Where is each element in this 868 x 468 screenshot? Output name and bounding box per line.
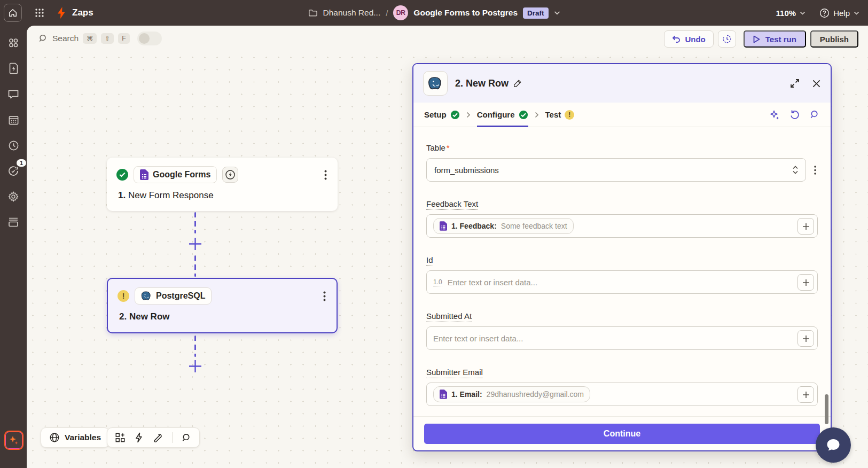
edit-pencil-icon[interactable] (513, 79, 522, 88)
token-value: 29dhanushreddy@gmail.com (487, 390, 584, 399)
search-fields-icon[interactable] (810, 110, 820, 120)
variables-button[interactable]: Variables (41, 427, 110, 448)
close-icon[interactable] (812, 79, 821, 88)
field-table: Table* form_submissions (426, 143, 818, 182)
tab-test[interactable]: Test ! (545, 103, 575, 127)
ai-sparkle-icon[interactable] (769, 110, 780, 120)
step-config-panel: 2. New Row Setup (412, 63, 832, 451)
search-label: Search (52, 34, 79, 43)
key-cmd: ⌘ (83, 33, 97, 44)
app-pill-google-forms[interactable]: Google Forms (134, 166, 217, 183)
panel-title-text: 2. New Row (455, 78, 509, 89)
publish-label: Publish (820, 35, 849, 44)
zapier-bolt-icon (56, 6, 67, 19)
sidebar-item-apps[interactable] (4, 33, 23, 52)
sidebar-item-settings[interactable] (4, 187, 23, 206)
version-history-button[interactable] (718, 30, 736, 48)
number-type-hint: 1.0 (433, 278, 442, 286)
sidebar-item-history[interactable] (4, 136, 23, 155)
panel-title: 2. New Row (455, 78, 522, 89)
mapped-field-token[interactable]: 1. Feedback: Some feedback text (433, 218, 574, 234)
table-select-value: form_submissions (434, 166, 499, 175)
app-grid-icon[interactable] (35, 8, 44, 18)
sidebar-item-zap-runs[interactable]: 1 (4, 161, 23, 181)
insert-data-button[interactable] (797, 218, 814, 235)
refresh-icon[interactable] (789, 110, 800, 120)
key-f: F (118, 33, 129, 44)
label-text: Submitter Email (426, 368, 483, 378)
support-chat-button[interactable] (816, 427, 851, 463)
submitter-email-input[interactable]: 1. Email: 29dhanushreddy@gmail.com (426, 383, 818, 406)
sidebar-item-calendar[interactable] (4, 110, 23, 129)
toolbar-toggle[interactable] (137, 32, 162, 45)
insert-data-button[interactable] (797, 330, 814, 347)
test-run-button[interactable]: Test run (744, 30, 806, 48)
mapped-field-token[interactable]: 1. Email: 29dhanushreddy@gmail.com (433, 386, 590, 402)
ai-copilot-button[interactable] (4, 431, 24, 450)
app-pill-postgresql[interactable]: PostgreSQL (135, 287, 212, 305)
undo-button[interactable]: Undo (664, 30, 713, 48)
tab-label: Setup (424, 110, 447, 119)
input-placeholder: Enter text or insert data... (448, 278, 537, 287)
zoom-search-icon[interactable] (182, 433, 192, 443)
field-menu-icon[interactable] (812, 164, 818, 176)
zoom-level-control[interactable]: 110% (776, 9, 806, 18)
add-step-button[interactable] (188, 237, 202, 251)
help-label: Help (833, 9, 850, 18)
insert-data-button[interactable] (797, 274, 814, 291)
label-text: Submitted At (426, 311, 472, 322)
instant-trigger-icon[interactable] (222, 167, 238, 183)
add-note-icon[interactable] (115, 432, 126, 443)
editor-canvas[interactable]: Search ⌘ ⇧ F Undo Test run (27, 26, 868, 468)
submitted-at-input[interactable]: Enter text or insert data... (426, 326, 818, 350)
select-chevrons-icon (792, 165, 799, 175)
panel-scrollbar[interactable] (825, 394, 828, 424)
undo-icon (672, 35, 681, 43)
tab-label: Configure (477, 110, 515, 119)
chat-bubble-icon (824, 436, 842, 454)
expand-icon[interactable] (789, 78, 800, 89)
add-step-button[interactable] (188, 359, 202, 373)
tab-configure[interactable]: Configure (477, 103, 528, 127)
brand: Zaps (56, 6, 93, 19)
node-menu-icon[interactable] (323, 169, 328, 181)
node-title-text: New Form Response (128, 190, 214, 200)
step-node-postgresql[interactable]: ! PostgreSQL 2. New Row (107, 278, 338, 333)
undo-label: Undo (685, 35, 705, 44)
breadcrumb-separator: / (386, 9, 388, 18)
node-menu-icon[interactable] (322, 290, 327, 302)
step-node-google-forms[interactable]: Google Forms 1. New Form Response (107, 158, 338, 211)
input-placeholder: Enter text or insert data... (433, 334, 523, 343)
question-circle-icon (819, 8, 830, 18)
sidebar-item-chat[interactable] (4, 84, 23, 104)
panel-footer: Continue (413, 416, 831, 450)
id-input[interactable]: 1.0 Enter text or insert data... (426, 270, 818, 294)
help-menu[interactable]: Help (819, 8, 859, 18)
breadcrumb-folder[interactable]: Dhanush Red... (323, 8, 380, 18)
success-check-icon (450, 110, 460, 120)
chevron-down-icon[interactable] (554, 11, 560, 15)
chevron-right-icon (466, 112, 471, 118)
publish-button[interactable]: Publish (810, 30, 858, 48)
home-button[interactable] (4, 4, 22, 22)
tab-label: Test (545, 110, 561, 119)
table-select[interactable]: form_submissions (426, 158, 806, 182)
key-shift: ⇧ (101, 33, 114, 44)
zap-name[interactable]: Google Forms to Postgres (413, 8, 518, 18)
continue-button[interactable]: Continue (424, 424, 820, 444)
connector-line (194, 336, 196, 357)
topbar-right: 110% Help (776, 0, 859, 26)
sparkle-icon (9, 435, 19, 446)
node-title-text: New Row (129, 311, 170, 322)
field-feedback-text: Feedback Text 1. Feedback: Some feedback… (426, 199, 818, 238)
app-pill-label: Google Forms (153, 170, 210, 180)
sidebar-item-tables[interactable] (4, 213, 23, 232)
sidebar-item-zap-templates[interactable] (4, 59, 23, 78)
feedback-text-input[interactable]: 1. Feedback: Some feedback text (426, 214, 818, 238)
search-bar[interactable]: Search ⌘ ⇧ F (38, 32, 162, 45)
insert-data-button[interactable] (797, 386, 814, 403)
tab-setup[interactable]: Setup (424, 103, 460, 127)
tools-icon[interactable] (152, 432, 163, 443)
warning-icon: ! (565, 110, 574, 120)
bolt-tool-icon[interactable] (135, 432, 143, 443)
